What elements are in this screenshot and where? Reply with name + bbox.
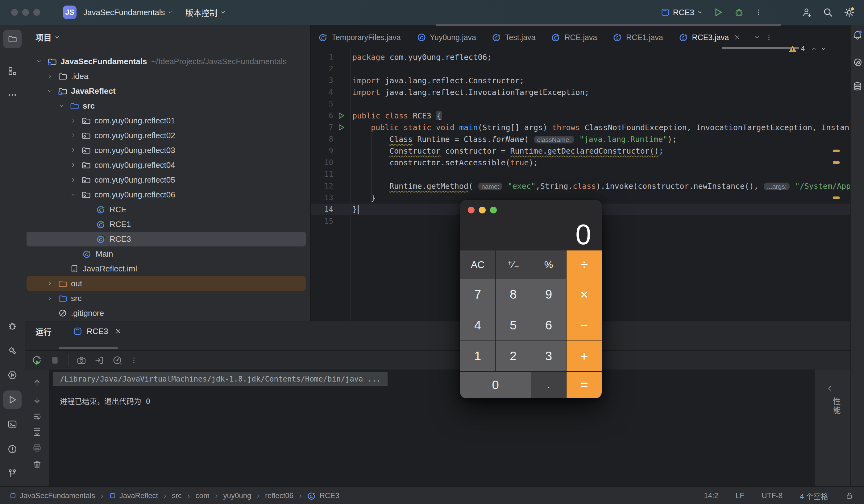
more-actions-button[interactable]	[755, 9, 762, 16]
calc-button-decimal[interactable]: .	[531, 372, 566, 398]
calc-button-1[interactable]: 1	[460, 341, 495, 371]
tree-item-rce[interactable]: CRCE	[25, 202, 310, 217]
warning-stripe-mark[interactable]	[833, 161, 840, 164]
attach-button[interactable]	[94, 355, 104, 365]
strip-button-version-control[interactable]	[3, 464, 22, 482]
calc-button-3[interactable]: 3	[531, 341, 566, 371]
calc-button-0[interactable]: 0	[460, 372, 531, 398]
run-console[interactable]: /Library/Java/JavaVirtualMachines/jdk-1.…	[25, 369, 815, 487]
tab-strip-scrollbar[interactable]	[436, 24, 781, 26]
run-tab-rce3[interactable]: RCE3	[73, 327, 122, 336]
code-line[interactable]: 12Runtime.getMethod( name: "exec",String…	[311, 180, 851, 192]
tab-list-chevron-icon[interactable]	[754, 35, 760, 40]
warning-stripe-mark[interactable]	[833, 150, 840, 152]
tree-item-com-yuy0ung-reflect04[interactable]: com.yuy0ung.reflect04	[25, 158, 310, 172]
code-line[interactable]: 4import java.lang.reflect.InvocationTarg…	[311, 86, 851, 98]
strip-button-terminal[interactable]	[3, 415, 22, 433]
inspection-widget[interactable]: 4	[789, 42, 826, 55]
tree-item-com-yuy0ung-reflect02[interactable]: com.yuy0ung.reflect02	[25, 128, 310, 143]
chevron-right-icon[interactable]	[68, 160, 79, 170]
status-caret-position[interactable]: 14:2	[704, 491, 718, 500]
tree-item-out[interactable]: out	[25, 276, 310, 291]
next-occurrence-button[interactable]	[31, 394, 43, 406]
window-minimize-button[interactable]	[22, 9, 29, 16]
tree-item-javareflect[interactable]: JavaReflect	[25, 84, 310, 98]
code-line[interactable]: 11	[311, 169, 851, 180]
close-icon[interactable]	[734, 34, 741, 41]
strip-button-build[interactable]	[3, 342, 22, 360]
database-button[interactable]	[851, 80, 864, 93]
soft-wrap-button[interactable]	[31, 410, 43, 422]
tree-item-com-yuy0ung-reflect05[interactable]: com.yuy0ung.reflect05	[25, 172, 310, 187]
strip-button-more-tool-windows[interactable]	[3, 86, 22, 104]
breadcrumb-item-javareflect[interactable]: JavaReflect	[109, 491, 158, 500]
breadcrumb-item-reflect06[interactable]: reflect06	[265, 491, 293, 500]
search-everywhere-button[interactable]	[823, 7, 833, 17]
strip-button-structure[interactable]	[3, 62, 22, 80]
chevron-right-icon[interactable]	[68, 175, 79, 185]
breadcrumb-item-yuy0ung[interactable]: yuy0ung	[224, 491, 252, 500]
status-encoding[interactable]: UTF-8	[761, 491, 782, 500]
strip-button-debug[interactable]	[3, 317, 22, 335]
more-options-button[interactable]	[130, 357, 137, 364]
tree-item-rce3[interactable]: CRCE3	[25, 232, 310, 246]
calc-close-button[interactable]	[468, 207, 475, 213]
chevron-down-icon[interactable]	[45, 86, 55, 96]
tree-item--idea[interactable]: .idea	[25, 69, 310, 84]
scroll-to-end-button[interactable]	[31, 426, 43, 438]
calc-button-equals[interactable]: =	[566, 372, 602, 398]
calc-button-multiply[interactable]: ×	[566, 279, 602, 310]
stop-button[interactable]	[50, 355, 60, 365]
calculator-titlebar[interactable]: 0	[460, 200, 602, 250]
breadcrumb-item-javasecfundamentals[interactable]: JavaSecFundamentals	[9, 491, 95, 500]
tree-item-javasecfundamentals[interactable]: JavaSecFundamentals~/IdeaProjects/JavaSe…	[25, 54, 310, 69]
tree-item-src[interactable]: src	[25, 291, 310, 306]
calc-minimize-button[interactable]	[479, 207, 486, 213]
tree-item--gitignore[interactable]: .gitignore	[25, 306, 310, 320]
project-panel-header[interactable]: 项目	[36, 32, 60, 43]
code-line[interactable]: 1package com.yuy0ung.reflect06;	[311, 51, 851, 63]
breadcrumb-item-src[interactable]: src	[172, 491, 182, 500]
code-line[interactable]: 7public static void main(String[] args) …	[311, 122, 851, 133]
code-line[interactable]: 5	[311, 98, 851, 110]
ai-assistant-button[interactable]	[851, 56, 864, 69]
tree-item-src[interactable]: src	[25, 98, 310, 113]
calc-button-negate[interactable]: ⁺⁄₋	[495, 250, 531, 279]
side-panel-label[interactable]: 性能	[831, 397, 842, 415]
code-line[interactable]: 8Class Runtime = Class.forName( classNam…	[311, 133, 851, 145]
chevron-down-icon[interactable]	[56, 100, 67, 111]
calc-zoom-button[interactable]	[490, 207, 497, 213]
snapshot-button[interactable]	[76, 355, 86, 365]
tree-item-javareflect-iml[interactable]: JavaReflect.iml	[25, 261, 310, 276]
lock-open-icon[interactable]	[845, 492, 853, 500]
run-configuration-selector[interactable]: RCE3	[661, 8, 702, 17]
settings-button[interactable]	[844, 7, 855, 18]
breadcrumb-item-rce3[interactable]: CRCE3	[307, 491, 339, 500]
chevron-right-icon[interactable]	[68, 130, 79, 141]
chevron-right-icon[interactable]	[68, 145, 79, 156]
tree-item-rce1[interactable]: CRCE1	[25, 217, 310, 232]
prev-occurrence-button[interactable]	[31, 377, 43, 389]
calculator-window[interactable]: 0 AC⁺⁄₋%÷789×456−123+0.=	[460, 200, 602, 398]
calc-button-percent[interactable]: %	[531, 250, 566, 279]
tab-test-java[interactable]: CTest.java	[484, 25, 544, 49]
clear-console-button[interactable]	[31, 458, 43, 471]
run-tab-scrollbar[interactable]	[59, 347, 118, 349]
project-menu[interactable]: JavaSecFundamentals	[83, 8, 173, 17]
run-button[interactable]	[713, 7, 723, 17]
chevron-right-icon[interactable]	[45, 278, 55, 289]
tab-rce-java[interactable]: CRCE.java	[543, 25, 605, 49]
status-line-ending[interactable]: LF	[736, 491, 744, 500]
chevron-down-icon[interactable]	[68, 189, 79, 200]
strip-button-project-folder[interactable]	[3, 29, 22, 48]
window-zoom-button[interactable]	[33, 9, 40, 16]
tree-item-com-yuy0ung-reflect06[interactable]: com.yuy0ung.reflect06	[25, 187, 310, 202]
code-line[interactable]: 10constructor.setAccessible(true);	[311, 157, 851, 169]
expand-panel-button[interactable]	[826, 385, 833, 392]
debug-button[interactable]	[734, 7, 744, 17]
status-indentation[interactable]: 4 个空格	[800, 490, 828, 501]
chevron-down-icon[interactable]	[821, 46, 826, 51]
tab-temporaryfiles-java[interactable]: CTemporaryFiles.java	[311, 25, 409, 49]
window-close-button[interactable]	[11, 9, 18, 16]
notifications-button[interactable]	[851, 29, 864, 41]
